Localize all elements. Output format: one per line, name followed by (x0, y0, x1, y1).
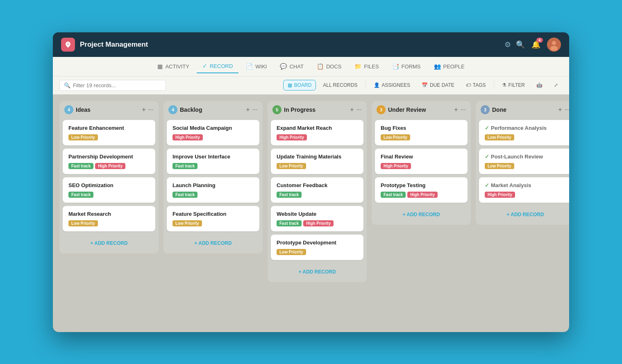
tag: Low Priority (68, 220, 98, 226)
assignees-button[interactable]: 👤 ASSIGNEES (369, 80, 415, 90)
col-more-ideas[interactable]: ··· (148, 106, 154, 113)
col-title-ideas: Ideas (76, 106, 139, 113)
tag: Low Priority (485, 134, 514, 140)
tab-chat[interactable]: 💬 CHAT (274, 60, 309, 73)
card[interactable]: Prototype TestingFast trackHigh Priority (375, 177, 468, 203)
tags-button[interactable]: 🏷 TAGS (461, 80, 490, 90)
card[interactable]: SEO OptimizationFast track (63, 177, 155, 203)
col-actions-backlog: + ··· (246, 106, 258, 113)
card[interactable]: Final ReviewHigh Priority (375, 149, 468, 174)
tag: High Priority (95, 163, 125, 169)
col-actions-underreview: + ··· (454, 106, 466, 113)
tags-row: High Priority (485, 192, 566, 198)
col-count-ideas: 4 (64, 105, 73, 114)
cards-list-backlog: Social Media CampaignHigh PriorityImprov… (163, 118, 263, 235)
card[interactable]: Expand Market ReachHigh Priority (271, 120, 363, 145)
app-header: Project Management ⚙ 🔍 🔔 6 (53, 32, 569, 57)
fullscreen-button[interactable]: ⤢ (549, 80, 563, 90)
app-title: Project Management (80, 41, 499, 49)
add-record-ideas[interactable]: + ADD RECORD (63, 236, 155, 250)
robot-icon-button[interactable]: 🤖 (532, 80, 547, 90)
tags-row: Low Priority (485, 134, 566, 140)
cards-list-inprogress: Expand Market ReachHigh PriorityUpdate T… (268, 118, 367, 263)
tag: High Priority (407, 192, 438, 198)
card[interactable]: Update Training MaterialsLow Priority (271, 149, 363, 174)
card-title: Expand Market Reach (277, 125, 358, 131)
board-view-button[interactable]: ▦ BOARD (283, 80, 316, 90)
tags-row: Low Priority (381, 134, 462, 140)
avatar[interactable] (547, 38, 561, 52)
card[interactable]: Customer FeedbackFast track (271, 177, 363, 203)
tag: Fast track (68, 192, 93, 198)
column-backlog: 4 Backlog + ··· Social Media CampaignHig… (163, 101, 263, 253)
tab-docs[interactable]: 📋 DOCS (311, 60, 347, 73)
chat-icon: 💬 (280, 63, 287, 70)
col-add-done[interactable]: + (558, 106, 562, 113)
tag: High Priority (381, 163, 411, 169)
card[interactable]: Partnership DevelopmentFast trackHigh Pr… (63, 149, 155, 174)
filter-icon: ⚗ (502, 82, 506, 88)
col-count-inprogress: 5 (272, 105, 281, 114)
column-header-backlog: 4 Backlog + ··· (163, 101, 263, 118)
forms-icon: 📑 (392, 63, 399, 70)
col-title-done: Done (492, 106, 556, 113)
card[interactable]: ✓Market AnalysisHigh Priority (479, 177, 569, 203)
tab-record[interactable]: ✓ RECORD (197, 59, 238, 73)
fullscreen-icon: ⤢ (554, 82, 558, 88)
tag: Fast track (173, 192, 197, 198)
tags-row: Low Priority (485, 163, 566, 169)
col-add-backlog[interactable]: + (246, 106, 250, 113)
tags-row: High Priority (381, 163, 462, 169)
add-record-inprogress[interactable]: + ADD RECORD (271, 265, 363, 279)
notification-bell[interactable]: 🔔 6 (531, 40, 540, 49)
search-icon[interactable]: 🔍 (516, 40, 525, 49)
tab-wiki[interactable]: 📄 WIKI (240, 60, 272, 73)
card[interactable]: Improve User InterfaceFast track (167, 149, 259, 174)
column-done: 3 Done + ··· ✓Performance AnalysisLow Pr… (476, 101, 569, 225)
tag: High Priority (277, 134, 307, 140)
card[interactable]: ✓Post-Launch ReviewLow Priority (479, 149, 569, 174)
col-more-underreview[interactable]: ··· (461, 106, 466, 113)
tag: Low Priority (277, 163, 306, 169)
card-title: Bug Fixes (381, 125, 462, 131)
board-icon: ▦ (288, 82, 292, 88)
add-record-underreview[interactable]: + ADD RECORD (375, 208, 468, 222)
card[interactable]: Feature SpecificationLow Priority (167, 206, 259, 231)
card-title: Customer Feedback (277, 182, 358, 188)
all-records-button[interactable]: ALL RECORDS (318, 80, 362, 90)
card-title: Prototype Testing (381, 182, 462, 188)
col-add-ideas[interactable]: + (142, 106, 145, 113)
tab-files[interactable]: 📁 FILES (349, 60, 384, 73)
card[interactable]: Social Media CampaignHigh Priority (167, 120, 259, 145)
add-record-backlog[interactable]: + ADD RECORD (167, 236, 259, 250)
card[interactable]: Website UpdateFast trackHigh Priority (271, 206, 363, 231)
tag: Low Priority (277, 249, 306, 255)
col-count-underreview: 3 (377, 105, 386, 114)
card-title: Update Training Materials (277, 154, 358, 160)
tab-people[interactable]: 👥 PEOPLE (428, 60, 470, 73)
card[interactable]: Market ResearchLow Priority (63, 206, 155, 231)
due-date-button[interactable]: 📅 DUE DATE (417, 80, 459, 90)
col-add-inprogress[interactable]: + (350, 106, 354, 113)
tab-activity[interactable]: ▦ ACTIVITY (152, 60, 195, 73)
add-record-done[interactable]: + ADD RECORD (479, 208, 569, 222)
card[interactable]: Launch PlanningFast track (167, 177, 259, 203)
col-more-backlog[interactable]: ··· (252, 106, 258, 113)
header-right: 🔍 🔔 6 (516, 38, 561, 52)
filter-button[interactable]: ⚗ FILTER (497, 80, 529, 90)
col-actions-inprogress: + ··· (350, 106, 362, 113)
tab-forms[interactable]: 📑 FORMS (386, 60, 427, 73)
col-more-inprogress[interactable]: ··· (356, 106, 362, 113)
search-input[interactable] (73, 82, 161, 88)
card[interactable]: ✓Performance AnalysisLow Priority (479, 120, 569, 145)
search-box[interactable]: 🔍 (59, 80, 166, 91)
tag: High Priority (485, 192, 515, 198)
gear-icon[interactable]: ⚙ (504, 40, 511, 49)
col-more-done[interactable]: ··· (565, 106, 569, 113)
card[interactable]: Bug FixesLow Priority (375, 120, 468, 145)
column-header-ideas: 4 Ideas + ··· (59, 101, 159, 118)
card[interactable]: Prototype DevelopmentLow Priority (271, 235, 363, 260)
toolbar-right: ▦ BOARD ALL RECORDS 👤 ASSIGNEES 📅 DUE DA… (283, 80, 563, 90)
card[interactable]: Feature EnhancementLow Priority (63, 120, 155, 145)
col-add-underreview[interactable]: + (454, 106, 458, 113)
